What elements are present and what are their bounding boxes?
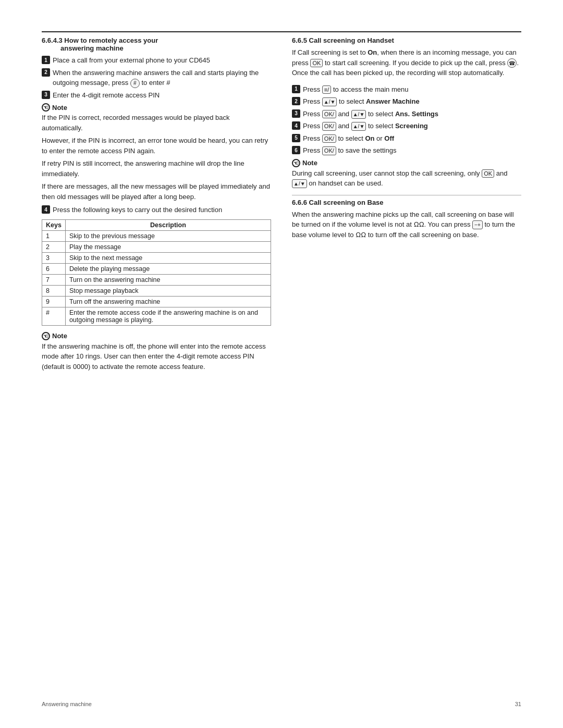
step-text: Press ▲/▼ to select Answer Machine [303,96,420,107]
hash-button: # [130,79,140,88]
note-icon: ☜ [42,103,50,112]
step-num: 2 [292,97,300,105]
table-cell-desc: Enter the remote access code if the answ… [65,307,271,325]
note-label-665: ☜ Note [292,159,521,167]
ok-button-3: OK/ [322,110,336,118]
section-666: 6.6.6 Call screening on Base When the an… [292,195,521,240]
nav-button-3: ▲/▼ [351,110,366,119]
table-cell-key: 1 [42,230,66,241]
section-643-steps: 1 Place a call from your external phone … [42,55,271,100]
table-row: 6 Delete the playing message [42,263,271,274]
section-665-steps: 1 Press ≡/ to access the main menu 2 Pre… [292,84,521,156]
table-cell-desc: Turn on the answering machine [65,274,271,285]
section-643-title: 6.6.4.3 How to remotely access your answ… [42,36,271,52]
menu-button: ≡/ [322,85,331,94]
note-text: If retry PIN is still incorrect, the ans… [42,158,271,179]
table-row: 1 Skip to the previous message [42,230,271,241]
section-665-title: 6.6.5 Call screening on Handset [292,36,521,44]
table-cell-desc: Delete the playing message [65,263,271,274]
footer-left: Answering machine [42,701,92,707]
keys-table: Keys Description 1 Skip to the previous … [42,219,271,326]
table-cell-key: 8 [42,285,66,296]
table-row: 3 Skip to the next message [42,252,271,263]
note-text-665: During call screening, user cannot stop … [292,168,521,189]
note-label-2: ☜ Note [42,332,271,340]
note-text: If there are messages, all the new messa… [42,181,271,202]
right-column: 6.6.5 Call screening on Handset If Call … [292,36,521,242]
footer-right: 31 [515,701,521,707]
ok-button: OK [310,59,323,67]
list-item: 4 Press the following keys to carry out … [42,205,271,215]
table-cell-desc: Turn off the answering machine [65,296,271,307]
step-text: Press OK/ and ▲/▼ to select Ans. Setting… [303,109,438,119]
list-item: 3 Press OK/ and ▲/▼ to select Ans. Setti… [292,109,521,119]
list-item: 6 Press OK/ to save the settings [292,145,521,156]
step-text: Enter the 4-digit remote access PIN [53,90,160,101]
table-row: 7 Turn on the answering machine [42,274,271,285]
step-text: Press the following keys to carry out th… [53,205,222,215]
footer: Answering machine 31 [0,701,563,707]
step-num: 3 [42,91,50,99]
nav-icon-note: ▲/▼ [292,179,307,188]
table-cell-key: 6 [42,263,66,274]
step-num: 5 [292,134,300,142]
step-num: 1 [292,85,300,93]
step-num: 6 [292,146,300,154]
table-cell-key: # [42,307,66,325]
list-item: 1 Press ≡/ to access the main menu [292,84,521,95]
note-block-2: ☜ Note If the answering machine is off, … [42,332,271,372]
handset-icon: ☎ [507,58,517,68]
list-item: 4 Press OK/ and ▲/▼ to select Screening [292,121,521,131]
table-cell-desc: Skip to the previous message [65,230,271,241]
step-text: Place a call from your external phone to… [53,55,210,66]
list-item: 3 Enter the 4-digit remote access PIN [42,90,271,101]
list-item: 1 Place a call from your external phone … [42,55,271,66]
step-num: 4 [42,205,50,214]
list-item: 5 Press OK/ to select On or Off [292,133,521,144]
table-cell-key: 3 [42,252,66,263]
note-text: If the PIN is correct, recorded messages… [42,113,271,133]
section-665-intro: If Call screening is set to On, when the… [292,47,521,78]
page: 6.6.4.3 How to remotely access your answ… [0,0,563,728]
table-row: 2 Play the message [42,241,271,252]
nav-button-4: ▲/▼ [351,122,366,131]
note-text-2: If the answering machine is off, the pho… [42,341,271,372]
note-text: However, if the PIN is incorrect, an err… [42,135,271,156]
table-cell-key: 9 [42,296,66,307]
table-row: 8 Stop message playback [42,285,271,296]
nav-button: ▲/▼ [322,97,337,106]
ok-button-4: OK/ [322,122,336,130]
table-row: 9 Turn off the answering machine [42,296,271,307]
step-text: When the answering machine answers the c… [53,68,271,88]
note-icon-665: ☜ [292,159,300,167]
table-cell-desc: Stop message playback [65,285,271,296]
table-cell-key: 2 [42,241,66,252]
step-text: Press OK/ and ▲/▼ to select Screening [303,121,428,131]
ok-button-6: OK/ [322,146,336,155]
section-665: 6.6.5 Call screening on Handset If Call … [292,36,521,189]
step-num: 4 [292,121,300,130]
table-row: # Enter the remote access code if the an… [42,307,271,325]
list-item: 2 Press ▲/▼ to select Answer Machine [292,96,521,107]
ok-icon-note: OK [482,169,494,178]
section-666-title: 6.6.6 Call screening on Base [292,195,521,206]
left-column: 6.6.4.3 How to remotely access your answ… [42,36,271,375]
list-item: 2 When the answering machine answers the… [42,68,271,88]
note-label: ☜ Note [42,103,271,112]
table-cell-key: 7 [42,274,66,285]
step-text: Press ≡/ to access the main menu [303,84,408,95]
ok-button-5: OK/ [322,134,336,143]
step-text: Press OK/ to select On or Off [303,133,394,144]
table-cell-desc: Play the message [65,241,271,252]
step-num: 3 [292,109,300,118]
step4-list: 4 Press the following keys to carry out … [42,205,271,215]
note-block-665: ☜ Note During call screening, user canno… [292,159,521,189]
step-text: Press OK/ to save the settings [303,145,396,156]
table-header-keys: Keys [42,219,66,230]
table-cell-desc: Skip to the next message [65,252,271,263]
table-header-description: Description [65,219,271,230]
vol-button: −+ [472,220,483,229]
step-num: 1 [42,56,50,64]
note-block-1: ☜ Note If the PIN is correct, recorded m… [42,103,271,202]
note-icon-2: ☜ [42,332,50,340]
